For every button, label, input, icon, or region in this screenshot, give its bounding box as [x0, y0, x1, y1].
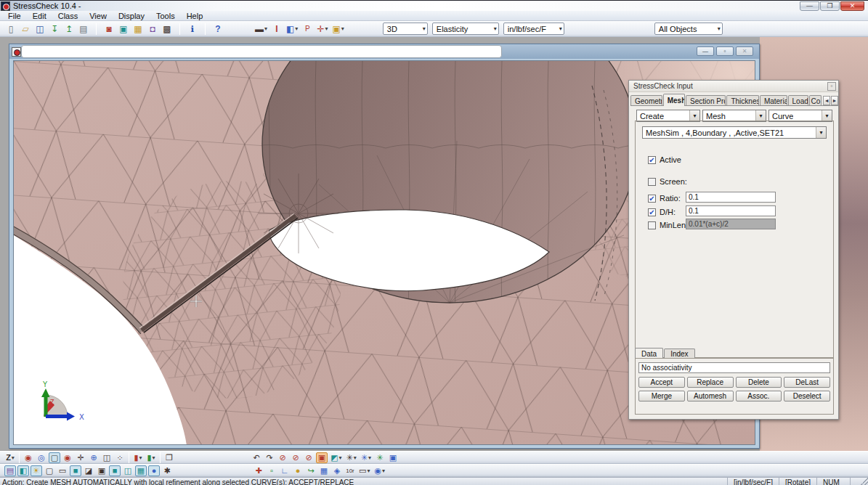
- open-file-icon[interactable]: ▱: [19, 23, 32, 36]
- pick-tool-button[interactable]: ◩▾: [329, 452, 343, 463]
- disable-1-icon[interactable]: ⊘: [277, 452, 288, 463]
- help-icon[interactable]: ?: [211, 23, 224, 36]
- active-checkbox[interactable]: ✔: [648, 156, 656, 164]
- globe-options-button[interactable]: ◉▾: [373, 465, 386, 476]
- units-combo[interactable]: in/lbf/sec/F ▾: [503, 23, 564, 35]
- selection-mode-icon[interactable]: ▣: [316, 452, 328, 463]
- window-layout-icon[interactable]: ❐: [163, 452, 175, 463]
- tab-material[interactable]: Material: [760, 95, 787, 106]
- grid-toggle-icon[interactable]: ▣: [387, 452, 399, 463]
- redo-icon[interactable]: ↷: [264, 452, 275, 463]
- automesh-button[interactable]: Automesh: [687, 391, 734, 402]
- restore-button[interactable]: ❐: [820, 1, 840, 11]
- strip-options-button[interactable]: ▭▾: [357, 465, 371, 476]
- tab-constraint[interactable]: Co: [809, 95, 822, 106]
- tab-section-prop[interactable]: Section Prop.: [686, 95, 726, 106]
- edges-display-icon[interactable]: ◪: [83, 465, 94, 476]
- zoom-in-icon[interactable]: ⊕: [88, 452, 100, 463]
- tab-index[interactable]: Index: [664, 349, 694, 359]
- sphere-view-icon[interactable]: ◈: [331, 465, 343, 476]
- menu-class[interactable]: Class: [52, 11, 84, 21]
- panel-titlebar[interactable]: StressCheck Input ▫: [629, 81, 838, 92]
- tab-load[interactable]: Load: [788, 95, 808, 106]
- solid-display-icon[interactable]: ■: [70, 465, 81, 476]
- merge-button[interactable]: Merge: [638, 391, 685, 402]
- highlight-toggle-icon[interactable]: ●: [292, 465, 304, 476]
- tab-geometry[interactable]: Geometry: [630, 95, 662, 106]
- child-minimize-button[interactable]: —: [697, 46, 714, 56]
- axis-tool-icon[interactable]: ✛▾: [315, 23, 329, 36]
- delete-button[interactable]: Delete: [736, 377, 782, 388]
- disable-2-icon[interactable]: ⊘: [290, 452, 301, 463]
- new-file-icon[interactable]: ▯: [4, 23, 17, 36]
- panel-pin-button[interactable]: ▫: [827, 82, 836, 91]
- node-toggle-icon[interactable]: ▫: [266, 465, 277, 476]
- spin-view-icon[interactable]: ◎: [36, 452, 47, 463]
- model-book-icon[interactable]: ▩: [161, 23, 174, 36]
- selection-combo[interactable]: MeshSim , 4,Boundary , ,Active,SET21▾: [642, 126, 827, 139]
- accept-button[interactable]: Accept: [638, 377, 685, 388]
- axis-view-button[interactable]: Z▾: [4, 452, 16, 463]
- ratio-input[interactable]: [686, 192, 776, 203]
- fill-color-b-button[interactable]: ▮▾: [145, 452, 157, 463]
- fill-color-a-button[interactable]: ▮▾: [132, 452, 144, 463]
- mesh-display-icon[interactable]: ■: [109, 465, 121, 476]
- axes-toggle-icon[interactable]: ∟: [279, 465, 291, 476]
- pattern-a-button[interactable]: ✳▾: [344, 452, 357, 463]
- model-tree-icon[interactable]: ▣: [117, 23, 130, 36]
- close-button[interactable]: ✕: [840, 1, 864, 11]
- menu-help[interactable]: Help: [181, 11, 209, 21]
- screen-checkbox[interactable]: [648, 178, 656, 186]
- child-close-button[interactable]: ✕: [736, 46, 753, 56]
- element-type-icon[interactable]: ▬▾: [253, 23, 269, 36]
- replace-button[interactable]: Replace: [687, 377, 734, 388]
- zoom-window-icon[interactable]: ◫: [101, 452, 113, 463]
- frame-display-icon[interactable]: ▣: [96, 465, 108, 476]
- menu-tools[interactable]: Tools: [150, 11, 181, 21]
- model-view-icon[interactable]: ◘: [146, 23, 159, 36]
- pan-view-icon[interactable]: ✛: [75, 452, 86, 463]
- globe-display-icon[interactable]: ●: [148, 465, 160, 476]
- tab-scroll-right-icon[interactable]: ►: [831, 96, 838, 105]
- settings-gear-icon[interactable]: ✱: [161, 465, 173, 476]
- menu-file[interactable]: File: [2, 11, 27, 21]
- model-sets-icon[interactable]: ▦: [131, 23, 145, 36]
- pattern-b-button[interactable]: ✳▾: [360, 452, 373, 463]
- dh-checkbox[interactable]: ✔: [648, 208, 656, 216]
- point-tool-icon[interactable]: P: [301, 23, 314, 36]
- tab-scroll-left-icon[interactable]: ◄: [823, 96, 830, 105]
- add-point-icon[interactable]: ✚: [253, 465, 264, 476]
- object-filter-combo[interactable]: All Objects ▾: [654, 23, 723, 35]
- tenr-label-icon[interactable]: 10r: [344, 465, 356, 476]
- camera-tool-icon[interactable]: ▣▾: [330, 23, 345, 36]
- menu-edit[interactable]: Edit: [27, 11, 52, 21]
- hidden-line-icon[interactable]: ◫: [122, 465, 134, 476]
- analysis-type-combo[interactable]: Elasticity ▾: [432, 23, 499, 35]
- arrow-toggle-icon[interactable]: ↪: [305, 465, 317, 476]
- fit-view-icon[interactable]: ⁘: [114, 452, 126, 463]
- page-a-icon[interactable]: ▢: [44, 465, 55, 476]
- dh-input[interactable]: [686, 205, 776, 216]
- tab-data[interactable]: Data: [635, 348, 663, 359]
- tab-thickness[interactable]: Thickness: [726, 95, 758, 106]
- pattern-c-icon[interactable]: ✳: [374, 452, 386, 463]
- assoc-button[interactable]: Assoc.: [736, 391, 782, 402]
- rotate-view-icon[interactable]: ◉: [23, 452, 34, 463]
- ratio-checkbox[interactable]: ✔: [648, 195, 656, 203]
- transparency-icon[interactable]: ▦: [135, 465, 147, 476]
- child-restore-button[interactable]: ▫: [716, 46, 734, 56]
- print-icon[interactable]: ▤: [77, 23, 90, 36]
- plot-display-icon[interactable]: ▤: [4, 465, 16, 476]
- minlen-checkbox[interactable]: [648, 221, 656, 229]
- import-icon[interactable]: ↧: [48, 23, 61, 36]
- minimize-button[interactable]: —: [800, 1, 819, 11]
- surface-tool-icon[interactable]: ◧▾: [285, 23, 299, 36]
- resize-grip[interactable]: [860, 478, 868, 485]
- save-file-icon[interactable]: ◫: [33, 23, 46, 36]
- menu-display[interactable]: Display: [113, 11, 150, 21]
- associativity-field[interactable]: [638, 362, 830, 373]
- model-info-icon[interactable]: ◙: [102, 23, 115, 36]
- export-icon[interactable]: ↥: [62, 23, 76, 36]
- select-box-icon[interactable]: ▢: [49, 452, 60, 463]
- page-b-icon[interactable]: ▭: [57, 465, 68, 476]
